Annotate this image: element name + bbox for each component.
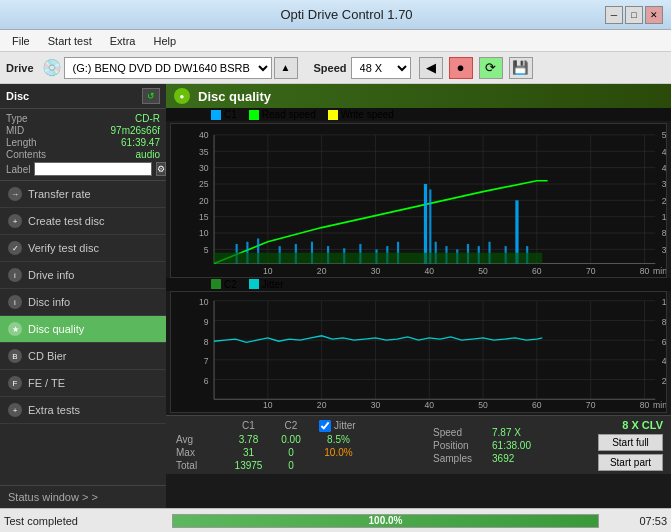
stats-headers: C1 C2 Jitter [174,420,366,432]
svg-text:6: 6 [204,375,209,385]
stats-avg-c1: 3.78 [226,434,271,445]
svg-text:20: 20 [199,196,209,206]
menu-extra[interactable]: Extra [102,33,144,49]
svg-text:40: 40 [424,266,434,276]
write-legend-dot [328,110,338,120]
window-title: Opti Drive Control 1.70 [88,7,605,22]
disc-label-label: Label [6,164,30,175]
create-disc-icon: + [8,214,22,228]
stats-max-label: Max [176,447,226,458]
stats-row: C1 C2 Jitter Avg 3.78 0.00 8.5% Max [166,415,671,474]
stats-avg-label: Avg [176,434,226,445]
jitter-checkbox-group: Jitter [319,420,356,432]
sidebar-item-cd-bier[interactable]: B CD Bier [0,343,166,370]
speed-dropdown[interactable]: 48 X [351,57,411,79]
stats-avg-row: Avg 3.78 0.00 8.5% [174,434,366,445]
speed-next-button[interactable]: ● [449,57,473,79]
svg-text:5: 5 [204,245,209,255]
svg-text:25: 25 [199,179,209,189]
close-button[interactable]: ✕ [645,6,663,24]
svg-text:8 X: 8 X [662,228,666,238]
jitter-checkbox[interactable] [319,420,331,432]
speed-info-panel: Speed 7.87 X Position 61:38.00 Samples 3… [433,427,531,464]
drive-icon: 💿 [42,58,62,77]
svg-text:10: 10 [263,400,273,410]
sidebar-item-fe-te[interactable]: F FE / TE [0,370,166,397]
svg-text:15: 15 [199,212,209,222]
menu-file[interactable]: File [4,33,38,49]
jitter-legend-dot [249,279,259,289]
fe-te-icon: F [8,376,22,390]
speed-controls: ◀ ● ⟳ 💾 [419,57,533,79]
stats-max-jitter: 10.0% [311,447,366,458]
c1-legend-label: C1 [224,109,237,120]
stats-max-c1: 31 [226,447,271,458]
drive-info-icon: i [8,268,22,282]
speed-display-value: 7.87 X [492,427,521,438]
disc-label-input[interactable] [34,162,152,176]
status-text: Test completed [4,515,164,527]
legend-read-speed: Read speed [249,109,316,120]
svg-text:30: 30 [371,400,381,410]
menu-help[interactable]: Help [145,33,184,49]
disc-length-value: 61:39.47 [121,137,160,148]
sidebar-item-label: Drive info [28,269,74,281]
sidebar-item-verify-test-disc[interactable]: ✓ Verify test disc [0,235,166,262]
main-layout: Disc ↺ Type CD-R MID 97m26s66f Length 61… [0,84,671,508]
stats-max-c2: 0 [271,447,311,458]
sidebar-item-extra-tests[interactable]: + Extra tests [0,397,166,424]
start-full-button[interactable]: Start full [598,434,663,451]
svg-rect-58 [429,189,431,263]
disc-refresh-button[interactable]: ↺ [142,88,160,104]
write-legend-label: Write speed [341,109,394,120]
sidebar-item-disc-info[interactable]: i Disc info [0,289,166,316]
disc-label-settings-button[interactable]: ⚙ [156,162,166,176]
minimize-button[interactable]: ─ [605,6,623,24]
disc-mid-row: MID 97m26s66f [6,125,160,136]
svg-text:30: 30 [199,163,209,173]
svg-text:10: 10 [263,266,273,276]
legend-c1: C1 [211,109,237,120]
stats-table: C1 C2 Jitter Avg 3.78 0.00 8.5% Max [174,420,366,471]
svg-text:6%: 6% [662,336,666,346]
svg-text:8: 8 [204,336,209,346]
jitter-legend-label: Jitter [262,279,284,290]
svg-text:70: 70 [586,266,596,276]
progress-bar-container: 100.0% [172,514,599,528]
svg-text:10: 10 [199,228,209,238]
svg-text:10: 10 [199,297,209,307]
maximize-button[interactable]: □ [625,6,643,24]
sidebar-item-disc-quality[interactable]: ★ Disc quality [0,316,166,343]
sidebar-item-transfer-rate[interactable]: → Transfer rate [0,181,166,208]
drive-eject-button[interactable]: ▲ [274,57,298,79]
svg-text:80: 80 [640,400,650,410]
menu-starttest[interactable]: Start test [40,33,100,49]
start-part-button[interactable]: Start part [598,454,663,471]
disc-type-value: CD-R [135,113,160,124]
sidebar-item-drive-info[interactable]: i Drive info [0,262,166,289]
svg-text:min: min [653,266,666,276]
legend-write-speed: Write speed [328,109,394,120]
sidebar-item-label: Transfer rate [28,188,91,200]
position-value: 61:38.00 [492,440,531,451]
sidebar-item-create-test-disc[interactable]: + Create test disc [0,208,166,235]
speed-refresh-button[interactable]: ⟳ [479,57,503,79]
disc-length-label: Length [6,137,37,148]
quality-header: ● Disc quality [166,84,671,108]
status-window-anchor[interactable]: Status window > > [8,491,98,503]
speed-save-button[interactable]: 💾 [509,57,533,79]
svg-text:10%: 10% [662,297,666,307]
read-legend-label: Read speed [262,109,316,120]
speed-prev-button[interactable]: ◀ [419,57,443,79]
drive-selector: 💿 (G:) BENQ DVD DD DW1640 BSRB ▲ [42,57,298,79]
svg-text:50: 50 [478,400,488,410]
disc-length-row: Length 61:39.47 [6,137,160,148]
disc-contents-value: audio [136,149,160,160]
time-display: 07:53 [607,515,667,527]
disc-mid-value: 97m26s66f [111,125,160,136]
drive-dropdown[interactable]: (G:) BENQ DVD DD DW1640 BSRB [64,57,272,79]
stats-total-c1: 13975 [226,460,271,471]
sidebar-nav: → Transfer rate + Create test disc ✓ Ver… [0,181,166,485]
drivebar: Drive 💿 (G:) BENQ DVD DD DW1640 BSRB ▲ S… [0,52,671,84]
disc-label-row: Label ⚙ [6,162,160,176]
